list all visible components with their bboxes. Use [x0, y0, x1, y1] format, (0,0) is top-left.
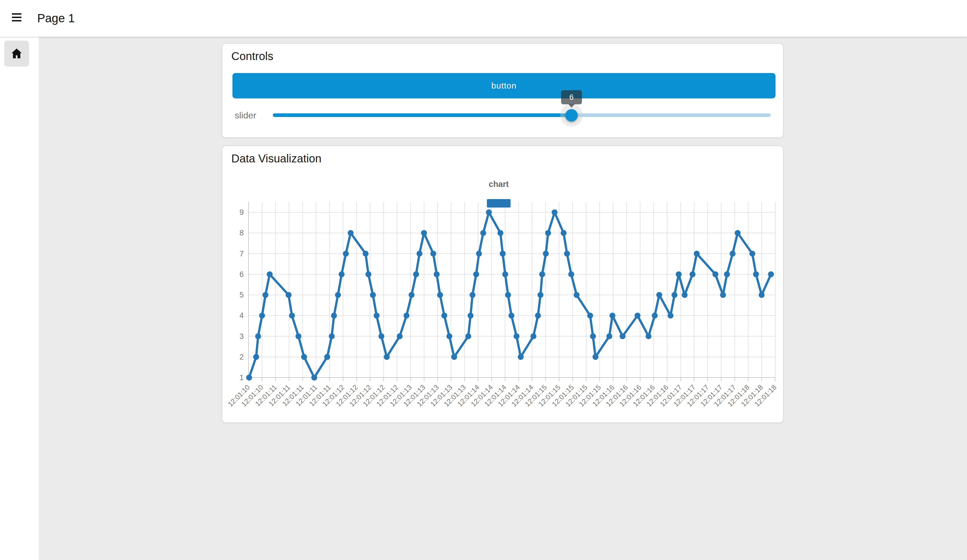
controls-card-title: Controls [231, 50, 273, 63]
x-axis-tick-labels: 12:01:1012:01:1012:01:1112:01:1112:01:11… [226, 383, 778, 408]
action-button[interactable]: button [233, 73, 776, 99]
svg-text:5: 5 [239, 291, 244, 299]
menu-hamburger-icon[interactable] [12, 13, 22, 23]
sidebar [0, 37, 39, 560]
visualization-card: Data Visualization 12:01:1012:01:1012:01… [222, 145, 784, 423]
line-chart: 12:01:1012:01:1012:01:1112:01:1112:01:11… [222, 146, 783, 422]
svg-text:6: 6 [239, 270, 244, 278]
chart-title: chart [489, 180, 509, 189]
top-app-bar: Page 1 [0, 0, 967, 37]
slider-track[interactable] [273, 114, 771, 117]
svg-text:8: 8 [239, 229, 244, 237]
page-title: Page 1 [37, 0, 75, 37]
legend-swatch [487, 199, 511, 208]
y-axis-tick-labels: 123456789 [239, 208, 244, 382]
svg-text:1: 1 [239, 373, 244, 382]
slider-value-tooltip: 6 [561, 90, 582, 104]
svg-text:7: 7 [239, 250, 244, 258]
controls-card: Controls button slider 6 [222, 43, 784, 138]
svg-text:3: 3 [239, 332, 244, 341]
slider-tooltip-arrow [568, 104, 574, 108]
slider-label: slider [235, 110, 271, 121]
svg-text:2: 2 [239, 353, 244, 361]
slider-handle[interactable] [565, 109, 578, 122]
page: Page 1 Controls button slider 6 Data Vis… [0, 0, 967, 560]
slider-fill [273, 114, 571, 117]
svg-text:4: 4 [239, 311, 244, 320]
sidebar-item-home[interactable] [4, 41, 29, 66]
home-icon [10, 47, 23, 60]
svg-text:9: 9 [239, 208, 244, 217]
